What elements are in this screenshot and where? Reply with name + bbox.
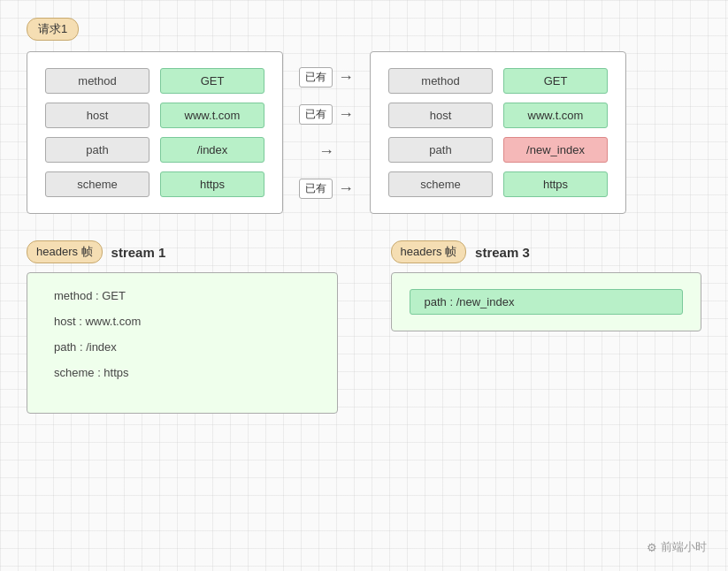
stream1-line-2: host : www.t.com [45,315,319,328]
bottom-section: headers 帧 stream 1 method : GET host : w… [27,240,701,414]
left-path-value: /index [160,137,264,163]
right-method-value: GET [503,68,608,94]
right-request-box: method GET host www.t.com path /new_inde… [370,51,626,214]
arrow-label-2: 已有 [299,104,333,125]
stream3-container: headers 帧 stream 3 path : /new_index [391,240,702,414]
arrow-icon-4 [338,179,354,198]
right-scheme-value: https [503,171,608,197]
watermark-icon: ⚙ [647,541,657,554]
stream1-container: headers 帧 stream 1 method : GET host : w… [27,240,338,414]
right-path-key: path [388,137,493,163]
right-host-value: www.t.com [503,103,608,128]
right-path-value: /new_index [503,137,608,163]
arrows-section: 已有 已有 已有 [299,63,354,202]
arrow-icon-2 [338,105,354,124]
left-scheme-key: scheme [45,171,149,197]
top-section: method GET host www.t.com path /index sc… [27,51,701,214]
stream3-box: path : /new_index [391,272,702,331]
arrow-label-4: 已有 [299,179,333,199]
stream1-title: stream 1 [111,245,166,260]
stream1-line-3: path : /index [45,340,319,354]
left-method-key: method [45,68,149,94]
arrow-label-1: 已有 [299,67,333,88]
arrow-row-4: 已有 [299,174,354,202]
left-path-key: path [45,137,149,163]
left-method-value: GET [160,68,264,94]
arrow-row-1: 已有 [299,63,354,91]
arrow-row-2: 已有 [299,100,354,128]
watermark: ⚙ 前端小时 [647,539,707,555]
stream1-badge: headers 帧 [27,240,103,263]
request-label: 请求1 [27,18,79,41]
right-method-key: method [388,68,493,94]
left-host-key: host [45,103,149,128]
right-host-key: host [388,103,493,128]
stream1-line-4: scheme : https [45,366,319,379]
left-request-box: method GET host www.t.com path /index sc… [27,51,283,214]
arrow-icon-1 [338,68,354,87]
arrow-icon-3 [318,142,334,161]
stream3-cell: path : /new_index [410,289,684,315]
left-host-value: www.t.com [160,103,264,128]
stream3-title: stream 3 [475,245,530,260]
right-scheme-key: scheme [388,171,493,197]
watermark-text: 前端小时 [661,539,707,555]
stream3-badge: headers 帧 [391,240,467,263]
stream3-header: headers 帧 stream 3 [391,240,702,263]
stream1-line-1: method : GET [45,289,319,302]
left-scheme-value: https [160,171,264,197]
stream1-header: headers 帧 stream 1 [27,240,338,263]
arrow-row-3 [318,137,334,165]
stream1-box: method : GET host : www.t.com path : /in… [27,272,338,414]
